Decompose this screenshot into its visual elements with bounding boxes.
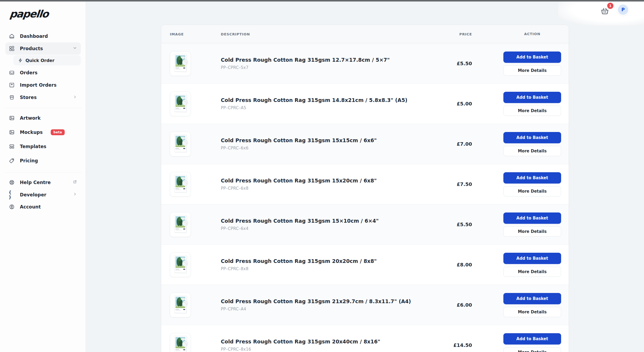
table-row: Cold Press Rough Cotton Rag 315gsm 15×10…	[161, 204, 569, 244]
table-row: Cold Press Rough Cotton Rag 315gsm 21x29…	[161, 285, 569, 325]
sidebar-item-account[interactable]: Account	[5, 201, 81, 213]
add-to-basket-button[interactable]: Add to Basket	[503, 132, 561, 143]
external-link-icon	[73, 180, 77, 185]
sidebar-item-label: Artwork	[20, 115, 41, 121]
chevron-right-icon	[73, 95, 77, 100]
import-download-icon	[9, 82, 15, 88]
column-header-image: IMAGE	[170, 32, 184, 36]
sidebar-item-help-centre[interactable]: Help Centre	[5, 176, 81, 189]
sidebar-item-artwork[interactable]: Artwork	[5, 112, 81, 124]
sidebar-nav: Dashboard Products Quick Order Orders	[0, 20, 86, 213]
sidebar-item-label: Dashboard	[20, 34, 48, 39]
product-sku: PP–CPRC–6x6	[221, 146, 412, 151]
product-thumbnail	[170, 252, 191, 277]
more-details-button[interactable]: More Details	[503, 347, 561, 352]
product-sku: PP–CPRC–8x8	[221, 266, 412, 271]
beta-badge: beta	[51, 129, 65, 135]
sidebar-item-pricing[interactable]: Pricing	[5, 155, 81, 167]
sidebar-divider	[4, 108, 82, 108]
product-price: £5.00	[457, 101, 472, 107]
more-details-button[interactable]: More Details	[503, 186, 561, 196]
avatar[interactable]: P	[617, 4, 629, 16]
product-sku: PP–CPRC–6x4	[221, 226, 412, 231]
sidebar-item-label: Templates	[20, 144, 46, 149]
print-artwork	[172, 174, 189, 195]
table-row: Cold Press Rough Cotton Rag 315gsm 14.8x…	[161, 83, 569, 124]
table-row: Cold Press Rough Cotton Rag 315gsm 12.7×…	[161, 43, 569, 83]
sidebar: papello Dashboard Products Quick Order	[0, 0, 86, 352]
product-price: £6.00	[457, 302, 472, 308]
sidebar-item-dashboard[interactable]: Dashboard	[5, 30, 81, 42]
grid-icon	[9, 45, 15, 52]
sidebar-item-label: Stores	[20, 95, 37, 100]
product-thumbnail	[170, 212, 191, 237]
product-name: Cold Press Rough Cotton Rag 315gsm 20x20…	[221, 258, 412, 264]
column-header-description: DESCRIPTION	[221, 32, 250, 36]
more-details-button[interactable]: More Details	[503, 106, 561, 116]
more-details-button[interactable]: More Details	[503, 267, 561, 277]
print-artwork	[172, 335, 189, 352]
column-header-action: ACTION	[503, 32, 561, 36]
sidebar-item-mockups[interactable]: Mockups beta	[5, 126, 81, 138]
lightning-icon	[18, 58, 23, 63]
sidebar-item-import-orders[interactable]: Import Orders	[5, 79, 81, 91]
table-row: Cold Press Rough Cotton Rag 315gsm 20x40…	[161, 325, 569, 352]
product-price: £5.50	[457, 61, 472, 66]
print-artwork	[172, 255, 189, 275]
layout-icon	[9, 143, 15, 150]
basket-count-badge[interactable]: 1	[607, 2, 614, 9]
chevron-down-icon	[73, 46, 77, 51]
print-artwork	[172, 134, 189, 154]
more-details-button[interactable]: More Details	[503, 146, 561, 156]
table-header-row: IMAGE DESCRIPTION PRICE ACTION	[161, 25, 569, 43]
more-details-button[interactable]: More Details	[503, 226, 561, 237]
product-thumbnail	[170, 132, 191, 156]
add-to-basket-button[interactable]: Add to Basket	[503, 172, 561, 184]
inbox-icon	[9, 69, 15, 76]
add-to-basket-button[interactable]: Add to Basket	[503, 293, 561, 304]
add-to-basket-button[interactable]: Add to Basket	[503, 253, 561, 264]
more-details-button[interactable]: More Details	[503, 307, 561, 317]
sidebar-item-stores[interactable]: Stores	[5, 91, 81, 104]
product-sku: PP–CPRC–5x7	[221, 65, 412, 70]
more-details-button[interactable]: More Details	[503, 65, 561, 76]
sidebar-item-orders[interactable]: Orders	[5, 67, 81, 79]
add-to-basket-button[interactable]: Add to Basket	[503, 333, 561, 344]
sidebar-divider	[4, 172, 82, 173]
product-sku: PP–CPRC–6x8	[221, 186, 412, 191]
sidebar-item-label: Mockups	[20, 130, 43, 135]
product-price: £5.50	[457, 222, 472, 227]
product-thumbnail	[170, 293, 191, 317]
table-row: Cold Press Rough Cotton Rag 315gsm 20x20…	[161, 244, 569, 285]
sidebar-item-label: Import Orders	[20, 82, 57, 88]
column-header-price: PRICE	[459, 32, 472, 36]
window-top-edge	[0, 0, 644, 2]
home-icon	[9, 33, 15, 39]
product-name: Cold Press Rough Cotton Rag 315gsm 15x15…	[221, 137, 412, 143]
product-name: Cold Press Rough Cotton Rag 315gsm 21x29…	[221, 298, 412, 304]
product-name: Cold Press Rough Cotton Rag 315gsm 12.7×…	[221, 57, 412, 63]
sidebar-item-label: Help Centre	[20, 180, 51, 185]
lifebuoy-icon	[9, 179, 15, 186]
sidebar-item-label: Quick Order	[25, 58, 54, 63]
product-thumbnail	[170, 172, 191, 197]
product-name: Cold Press Rough Cotton Rag 315gsm 15×10…	[221, 218, 412, 224]
print-artwork	[172, 94, 189, 114]
sidebar-item-templates[interactable]: Templates	[5, 140, 81, 153]
table-row: Cold Press Rough Cotton Rag 315gsm 15x20…	[161, 164, 569, 204]
product-sku: PP–CPRC–8x16	[221, 347, 412, 352]
product-price: £7.00	[457, 141, 472, 147]
print-artwork	[172, 53, 189, 74]
storefront-icon	[9, 94, 15, 101]
add-to-basket-button[interactable]: Add to Basket	[503, 52, 561, 63]
image-icon	[9, 115, 15, 121]
table-row: Cold Press Rough Cotton Rag 315gsm 15x15…	[161, 124, 569, 164]
sidebar-item-developer[interactable]: { } Developer	[5, 189, 81, 201]
product-price: £7.50	[457, 181, 472, 187]
product-thumbnail	[170, 333, 191, 352]
add-to-basket-button[interactable]: Add to Basket	[503, 92, 561, 103]
sidebar-item-products[interactable]: Products	[5, 42, 81, 55]
add-to-basket-button[interactable]: Add to Basket	[503, 212, 561, 224]
code-braces-icon: { }	[9, 192, 15, 198]
sidebar-item-quick-order[interactable]: Quick Order	[13, 55, 81, 65]
